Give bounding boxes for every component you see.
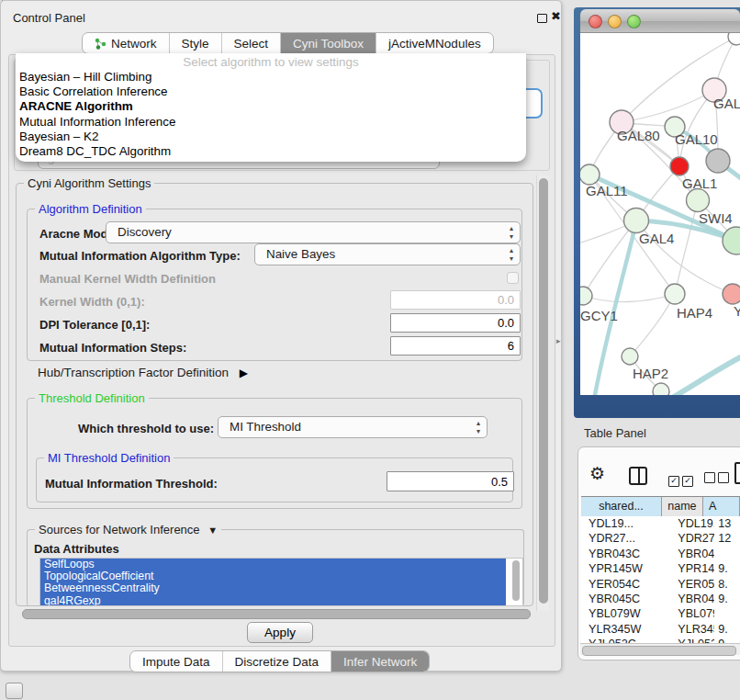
close-icon[interactable]: ✖ <box>551 9 561 23</box>
network-graph[interactable]: GALGAL80GAL10GAL1GAL11SWI4GAL4GCY1HAP4YH… <box>580 33 740 395</box>
data-attributes-list[interactable]: SelfLoopsTopologicalCoefficientBetweenne… <box>39 558 523 606</box>
table-row[interactable]: YBL079WYBL079W <box>581 606 740 621</box>
dpi-tolerance-label: DPI Tolerance [0,1]: <box>39 318 150 332</box>
mi-threshold-definition-title: MI Threshold Definition <box>44 451 174 465</box>
node-gcy1[interactable] <box>580 287 592 305</box>
settings-vertical-scrollbar[interactable] <box>536 175 549 611</box>
settings-horizontal-scrollbar[interactable] <box>19 608 533 619</box>
unchecked-box-icon <box>718 472 729 483</box>
which-threshold-label: Which threshold to use: <box>78 422 214 435</box>
node-red[interactable] <box>670 157 689 175</box>
algorithm-option[interactable]: Bayesian – K2 <box>16 130 526 144</box>
algorithm-option[interactable]: Dream8 DC_TDC Algorithm <box>16 144 526 159</box>
table-row[interactable]: YJL052CYJL052C9 <box>581 637 740 643</box>
node-hap4[interactable] <box>665 284 685 304</box>
table-cell: YBR043C <box>669 547 714 561</box>
node-gray[interactable] <box>706 149 730 173</box>
mac-close-icon[interactable] <box>589 15 602 28</box>
mi-algorithm-type-combo[interactable]: Naive Bayes ▴▾ <box>254 243 521 265</box>
table-cell: YJL052C <box>669 637 714 643</box>
algorithm-option[interactable]: ARACNE Algorithm <box>16 99 526 114</box>
tab-select[interactable]: Select <box>221 33 281 53</box>
tab-network-label: Network <box>111 37 157 51</box>
table-horizontal-scrollbar[interactable] <box>580 643 740 655</box>
node-swi4-big[interactable] <box>723 227 740 254</box>
minimized-panel-icon[interactable] <box>6 683 23 699</box>
tab-style[interactable]: Style <box>169 33 221 53</box>
algorithm-option[interactable]: Bayesian – Hill Climbing <box>16 70 526 85</box>
splitter-collapse-icon[interactable]: ▸ <box>556 336 561 345</box>
tab-infer-network[interactable]: Infer Network <box>331 651 429 672</box>
node-gal4[interactable] <box>624 209 649 233</box>
table-cell: YPR145W <box>581 561 669 576</box>
float-window-icon[interactable] <box>537 14 547 23</box>
algorithm-option[interactable]: Basic Correlation Inference <box>16 85 526 99</box>
node-partial-bottom[interactable] <box>653 383 669 395</box>
table-cell: YDL19... <box>669 516 714 531</box>
list-scrollbar-thumb[interactable] <box>512 560 520 601</box>
network-canvas[interactable]: GALGAL80GAL10GAL1GAL11SWI4GAL4GCY1HAP4YH… <box>580 33 740 395</box>
which-threshold-combo[interactable]: MI Threshold ▴▾ <box>218 416 488 438</box>
network-edge[interactable] <box>622 90 714 122</box>
table-row[interactable]: YBR043CYBR043C <box>581 547 740 561</box>
table-row[interactable]: YPR145WYPR145W9. <box>581 561 740 576</box>
table-row[interactable]: YDL19...YDL19...13 <box>581 516 740 531</box>
node-gal1[interactable] <box>687 189 710 212</box>
deselect-all-icon[interactable] <box>704 470 732 487</box>
network-edge[interactable] <box>630 294 675 356</box>
table-row[interactable]: YER054CYER054C8. <box>581 577 740 592</box>
tab-cyni-toolbox[interactable]: Cyni Toolbox <box>280 33 376 53</box>
select-all-icon[interactable]: ✓✓ <box>668 470 696 487</box>
mi-threshold-input[interactable] <box>387 471 514 491</box>
mi-steps-input[interactable] <box>390 336 521 356</box>
table-cell: YLR345W <box>581 622 669 637</box>
table-cell: 8. <box>714 577 740 592</box>
gear-icon[interactable]: ⚙ <box>589 463 605 484</box>
manual-kernel-width-checkbox[interactable] <box>507 272 519 284</box>
table-cell <box>714 606 740 621</box>
show-columns-icon[interactable] <box>629 467 647 485</box>
network-window-titlebar[interactable] <box>580 9 740 33</box>
dpi-tolerance-input[interactable] <box>390 313 521 333</box>
table-cell: YJL052C <box>581 637 669 643</box>
tab-impute-data[interactable]: Impute Data <box>130 651 222 672</box>
node-gal11[interactable] <box>580 164 600 185</box>
table-row[interactable]: YLR345WYLR345W9. <box>581 622 740 637</box>
algorithm-option[interactable]: Mutual Information Inference <box>16 115 526 130</box>
table-row[interactable]: YBR045CYBR045C9. <box>581 592 740 606</box>
network-icon <box>95 38 107 50</box>
apply-button[interactable]: Apply <box>247 622 313 643</box>
table-cell: YDR27... <box>581 531 669 546</box>
node-hap2[interactable] <box>622 348 638 365</box>
table-cell: YBL079W <box>581 606 669 621</box>
node-label: SWI4 <box>699 210 733 226</box>
column-header-name[interactable]: name <box>662 497 703 516</box>
table-cell: 12 <box>714 531 740 546</box>
data-attribute-item[interactable]: BetweennessCentrality <box>40 582 506 594</box>
sources-group-title[interactable]: Sources for Network Inference ▼ <box>35 523 221 536</box>
kernel-width-input[interactable] <box>390 290 521 310</box>
checked-box-icon: ✓ <box>668 476 679 487</box>
collapse-down-icon: ▼ <box>207 525 218 536</box>
network-edge[interactable] <box>583 294 675 302</box>
mac-zoom-icon[interactable] <box>627 15 641 28</box>
node-salmon[interactable] <box>723 284 740 304</box>
kernel-width-label: Kernel Width (0,1): <box>39 295 145 309</box>
tab-discretize-data[interactable]: Discretize Data <box>222 651 331 672</box>
node-partial-top[interactable] <box>728 33 740 45</box>
column-header-partial[interactable]: A <box>703 497 740 516</box>
column-header-shared-name[interactable]: shared... <box>581 497 662 516</box>
table-body: YDL19...YDL19...13YDR27...YDR27...12YBR0… <box>581 516 740 643</box>
network-edge-highlighted[interactable] <box>674 355 740 395</box>
node-label: GAL1 <box>682 175 717 191</box>
tab-jactivemnodules[interactable]: jActiveMNodules <box>376 33 493 53</box>
data-attribute-item[interactable]: gal4RGexp <box>40 595 506 606</box>
export-table-icon[interactable] <box>734 462 740 484</box>
mi-algorithm-type-label: Mutual Information Algorithm Type: <box>39 249 241 263</box>
aracne-mode-combo[interactable]: Discovery ▴▾ <box>106 221 521 243</box>
hub-transcription-factor-section[interactable]: Hub/Transcription Factor Definition ▶ <box>38 366 248 379</box>
mac-minimize-icon[interactable] <box>608 15 622 28</box>
table-row[interactable]: YDR27...YDR27...12 <box>581 531 740 546</box>
tab-network[interactable]: Network <box>83 33 169 53</box>
combo-stepper-icon: ▴▾ <box>510 224 513 241</box>
